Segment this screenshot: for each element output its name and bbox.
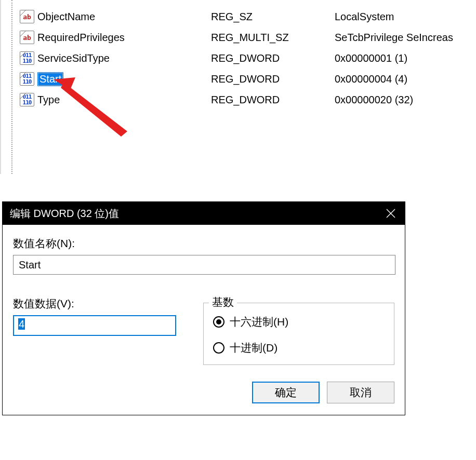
dialog-title: 编辑 DWORD (32 位)值 (10, 207, 119, 221)
reg-dword-icon: 011110 (20, 51, 34, 65)
reg-value-data: 0x00000001 (1) (335, 52, 476, 64)
value-data-input[interactable]: 4 (13, 315, 176, 336)
radio-icon (213, 316, 224, 328)
value-name-input[interactable] (13, 255, 395, 275)
reg-value-type: REG_DWORD (211, 73, 335, 85)
radio-decimal[interactable]: 十进制(D) (213, 341, 385, 355)
reg-value-data: LocalSystem (335, 11, 476, 23)
close-icon (386, 209, 395, 218)
registry-list: ab ObjectName REG_SZ LocalSystem ab Requ… (0, 0, 476, 174)
registry-row-selected[interactable]: 011110 Start REG_DWORD 0x00000004 (4) (20, 69, 476, 89)
edit-dword-dialog: 编辑 DWORD (32 位)值 数值名称(N): 数值数据(V): 4 基数 … (2, 201, 405, 415)
reg-value-name: ObjectName (37, 11, 211, 23)
dialog-body: 数值名称(N): 数值数据(V): 4 基数 十六进制(H) 十进制(D) 确定 (3, 225, 405, 415)
reg-dword-icon: 011110 (20, 72, 34, 86)
tree-line (11, 0, 12, 174)
registry-row[interactable]: 011110 Type REG_DWORD 0x00000020 (32) (20, 89, 476, 110)
reg-value-type: REG_DWORD (211, 52, 335, 64)
radio-icon (213, 342, 224, 354)
registry-row[interactable]: ab RequiredPrivileges REG_MULTI_SZ SeTcb… (20, 27, 476, 48)
reg-value-name: Type (37, 94, 211, 106)
reg-string-icon: ab (20, 31, 34, 44)
reg-value-type: REG_DWORD (211, 94, 335, 106)
reg-value-name: Start (37, 72, 211, 86)
cancel-button[interactable]: 取消 (327, 382, 394, 403)
value-data-label: 数值数据(V): (13, 296, 188, 311)
dialog-titlebar[interactable]: 编辑 DWORD (32 位)值 (3, 202, 405, 225)
radio-hexadecimal[interactable]: 十六进制(H) (213, 315, 385, 329)
reg-dword-icon: 011110 (20, 93, 34, 106)
reg-value-data: SeTcbPrivilege SeIncreas (335, 32, 476, 44)
reg-value-type: REG_MULTI_SZ (211, 32, 335, 44)
reg-value-data: 0x00000020 (32) (335, 94, 476, 106)
reg-value-data: 0x00000004 (4) (335, 73, 476, 85)
reg-value-name: RequiredPrivileges (37, 32, 211, 44)
ok-button[interactable]: 确定 (252, 382, 320, 403)
registry-row[interactable]: ab ObjectName REG_SZ LocalSystem (20, 6, 476, 27)
base-groupbox: 基数 十六进制(H) 十进制(D) (203, 303, 394, 365)
close-button[interactable] (377, 202, 405, 225)
base-legend: 基数 (209, 295, 237, 309)
value-name-label: 数值名称(N): (13, 236, 394, 251)
reg-value-name: ServiceSidType (37, 52, 211, 64)
registry-row[interactable]: 011110 ServiceSidType REG_DWORD 0x000000… (20, 48, 476, 69)
radio-label: 十进制(D) (230, 341, 277, 355)
radio-label: 十六进制(H) (230, 315, 288, 329)
reg-string-icon: ab (20, 10, 34, 23)
reg-value-type: REG_SZ (211, 11, 335, 23)
